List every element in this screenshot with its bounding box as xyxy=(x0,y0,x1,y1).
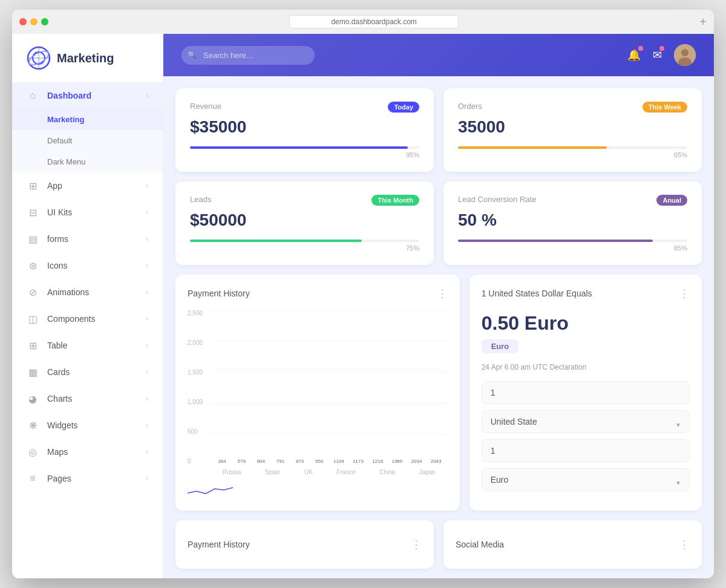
chevron-right-icon: › xyxy=(146,448,148,456)
bottom-payment-history-card: Payment History ⋮ xyxy=(175,520,434,569)
leads-card: Leads This Month $50000 75% xyxy=(175,181,434,265)
forms-icon: ▤ xyxy=(27,233,39,245)
bottom-payment-more-button[interactable]: ⋮ xyxy=(411,538,422,551)
payment-history-more-button[interactable]: ⋮ xyxy=(437,287,448,300)
chevron-right-icon: › xyxy=(146,341,148,350)
sidebar-item-ui-kits[interactable]: ⊟ UI Kits › xyxy=(12,199,163,226)
submenu-default[interactable]: Default xyxy=(12,130,163,151)
bars-area: 284 579 604 xyxy=(211,310,448,465)
avatar-image xyxy=(674,44,696,66)
sidebar-item-forms[interactable]: ▤ forms › xyxy=(12,226,163,252)
bar-value-579: 579 xyxy=(238,459,246,464)
bottom-social-more-button[interactable]: ⋮ xyxy=(679,538,690,551)
components-icon: ◫ xyxy=(27,313,39,325)
ui-kits-icon: ⊟ xyxy=(27,206,39,218)
bar-value-2034: 2034 xyxy=(411,459,422,464)
dashboard-submenu: Marketing Default Dark Menu xyxy=(12,109,163,172)
url-display[interactable]: demo.dashboardpack.com xyxy=(289,15,459,28)
minimize-button[interactable] xyxy=(30,18,38,25)
currency-from-value[interactable] xyxy=(482,381,690,404)
chevron-right-icon: › xyxy=(146,208,148,217)
bar-value-2043: 2043 xyxy=(431,459,442,464)
sidebar-item-animations[interactable]: ⊘ Animations › xyxy=(12,279,163,305)
currency-date: 24 Apr 6.00 am UTC Declaration xyxy=(482,363,690,371)
bar-value-604: 604 xyxy=(257,459,265,464)
traffic-lights xyxy=(19,18,48,25)
forms-label: forms xyxy=(47,234,146,244)
search-input[interactable] xyxy=(182,46,315,65)
payment-history-title: Payment History xyxy=(188,289,250,298)
bar-value-873: 873 xyxy=(296,459,304,464)
fullscreen-button[interactable] xyxy=(41,18,48,25)
currency-more-button[interactable]: ⋮ xyxy=(679,287,690,300)
bottom-social-media-card: Social Media ⋮ xyxy=(443,520,702,569)
mail-button[interactable]: ✉ xyxy=(653,48,662,62)
sidebar-item-widgets[interactable]: ❋ Widgets › xyxy=(12,412,163,439)
dashboard-label: Dashboard xyxy=(47,91,146,100)
x-label-uk: UK xyxy=(304,469,313,475)
x-label-japan: Japan xyxy=(419,469,436,475)
logo-icon xyxy=(27,46,51,70)
bottom-payment-title: Payment History xyxy=(188,540,250,549)
cards-icon: ▦ xyxy=(27,366,39,378)
bottom-social-title: Social Media xyxy=(456,540,504,549)
bar-value-1218: 1218 xyxy=(372,459,383,464)
home-icon: ⌂ xyxy=(27,90,39,102)
svg-point-6 xyxy=(681,49,688,56)
leads-progress-bar xyxy=(190,240,419,242)
main-content: 🔔 ✉ xyxy=(163,34,714,578)
currency-type-badge: Euro xyxy=(482,339,519,353)
leads-label: Leads xyxy=(190,195,211,204)
sidebar-item-charts[interactable]: ◕ Charts › xyxy=(12,385,163,412)
components-label: Components xyxy=(47,314,146,324)
chevron-right-icon: › xyxy=(146,315,148,323)
bar-chart-container: 2,500 2,000 1,500 1,000 500 0 xyxy=(188,310,448,479)
bar-group-china-2: 1986 xyxy=(388,459,406,465)
sidebar-item-components[interactable]: ◫ Components › xyxy=(12,305,163,332)
sidebar-item-table[interactable]: ⊞ Table › xyxy=(12,332,163,359)
bar-group-uk-1: 791 xyxy=(271,459,289,465)
revenue-badge: Today xyxy=(388,102,419,113)
x-label-spain: Spain xyxy=(265,469,281,475)
chevron-right-icon: › xyxy=(146,235,148,243)
bar-group-spain-2: 604 xyxy=(252,459,270,465)
conversion-progress-fill xyxy=(458,240,653,242)
page-content: Revenue Today $35000 95% Orders Th xyxy=(163,76,714,578)
leads-badge: This Month xyxy=(371,195,419,206)
mail-badge xyxy=(659,46,664,51)
sidebar-item-cards[interactable]: ▦ Cards › xyxy=(12,359,163,385)
y-label-0: 0 xyxy=(188,458,209,465)
chevron-right-icon: › xyxy=(146,368,148,376)
app-window: demo.dashboardpack.com + Marketing xyxy=(12,10,714,578)
chevron-right-icon: › xyxy=(146,474,148,483)
titlebar: demo.dashboardpack.com + xyxy=(12,10,714,34)
close-button[interactable] xyxy=(19,18,27,25)
app-label: App xyxy=(47,181,146,191)
submenu-dark-menu[interactable]: Dark Menu xyxy=(12,151,163,172)
currency-to-wrapper: Euro USD GBP xyxy=(482,468,690,497)
sidebar-item-app[interactable]: ⊞ App › xyxy=(12,172,163,199)
add-tab-button[interactable]: + xyxy=(699,15,707,29)
sidebar-item-icons[interactable]: ⊛ Icons › xyxy=(12,252,163,279)
bar-value-1173: 1173 xyxy=(353,459,364,464)
widgets-label: Widgets xyxy=(47,420,146,430)
notification-button[interactable]: 🔔 xyxy=(627,48,641,62)
y-label-1000: 1,000 xyxy=(188,399,209,405)
currency-amount: 0.50 Euro xyxy=(482,312,690,335)
sidebar-navigation: ⌂ Dashboard › Marketing Default Dark Men… xyxy=(12,82,163,578)
header-right: 🔔 ✉ xyxy=(627,44,696,66)
app-icon: ⊞ xyxy=(27,180,39,192)
submenu-marketing[interactable]: Marketing xyxy=(12,109,163,130)
currency-to-select[interactable]: Euro USD GBP xyxy=(482,468,690,491)
revenue-progress-bar xyxy=(190,146,419,149)
currency-to-value[interactable] xyxy=(482,439,690,462)
sidebar-item-pages[interactable]: ≡ Pages › xyxy=(12,465,163,492)
y-label-2500: 2,500 xyxy=(188,310,209,316)
user-avatar[interactable] xyxy=(674,44,696,66)
conversion-progress-bar xyxy=(458,240,687,242)
icons-label: Icons xyxy=(47,261,146,270)
sidebar-item-dashboard[interactable]: ⌂ Dashboard › xyxy=(12,82,163,109)
bar-group-russia-1: 284 xyxy=(213,459,231,465)
currency-from-select[interactable]: United State United Kingdom Europe xyxy=(482,410,690,433)
sidebar-item-maps[interactable]: ◎ Maps › xyxy=(12,439,163,465)
